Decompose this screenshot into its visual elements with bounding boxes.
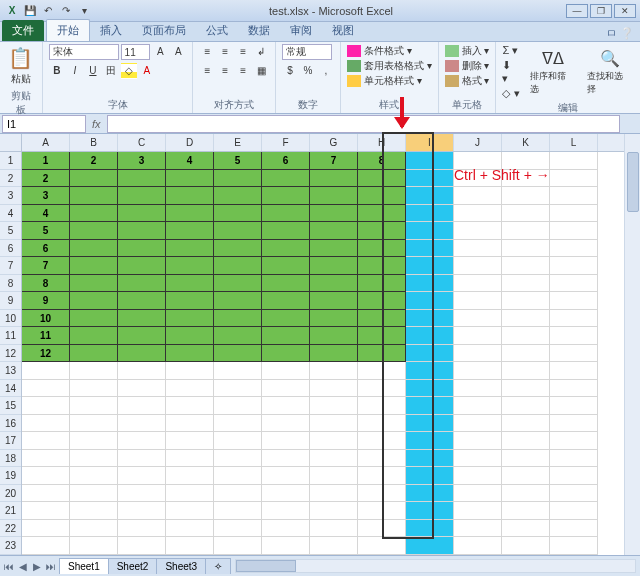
cell[interactable] xyxy=(214,222,262,240)
cell[interactable] xyxy=(358,222,406,240)
cell[interactable] xyxy=(502,257,550,275)
cell[interactable] xyxy=(214,327,262,345)
cell[interactable] xyxy=(406,327,454,345)
row-header[interactable]: 19 xyxy=(0,467,21,485)
cell[interactable] xyxy=(358,467,406,485)
cell[interactable] xyxy=(262,537,310,555)
cell[interactable] xyxy=(262,292,310,310)
cell[interactable] xyxy=(22,380,70,398)
cell[interactable] xyxy=(502,292,550,310)
cell[interactable] xyxy=(70,397,118,415)
cell[interactable] xyxy=(166,485,214,503)
cell[interactable] xyxy=(550,520,598,538)
cell[interactable] xyxy=(406,502,454,520)
row-header[interactable]: 9 xyxy=(0,292,21,310)
cell[interactable] xyxy=(406,222,454,240)
cell[interactable] xyxy=(502,240,550,258)
cell[interactable] xyxy=(550,187,598,205)
cell[interactable] xyxy=(70,257,118,275)
cell[interactable] xyxy=(166,240,214,258)
row-header[interactable]: 10 xyxy=(0,310,21,328)
cell[interactable] xyxy=(22,450,70,468)
col-header-E[interactable]: E xyxy=(214,134,262,151)
cell[interactable] xyxy=(454,222,502,240)
cell[interactable] xyxy=(310,520,358,538)
cell[interactable] xyxy=(502,362,550,380)
col-header-L[interactable]: L xyxy=(550,134,598,151)
cell[interactable] xyxy=(214,275,262,293)
cell[interactable] xyxy=(214,187,262,205)
cell[interactable] xyxy=(550,275,598,293)
cell[interactable]: 12 xyxy=(22,345,70,363)
align-left-icon[interactable]: ≡ xyxy=(199,63,215,79)
cell[interactable] xyxy=(454,257,502,275)
cell[interactable] xyxy=(262,240,310,258)
cell[interactable] xyxy=(502,537,550,555)
cell[interactable] xyxy=(454,275,502,293)
cell[interactable] xyxy=(214,257,262,275)
cell[interactable] xyxy=(550,310,598,328)
fill-color-icon[interactable]: ◇ xyxy=(121,63,137,79)
cell[interactable] xyxy=(310,467,358,485)
cell[interactable] xyxy=(118,205,166,223)
cell[interactable] xyxy=(166,345,214,363)
sort-filter-button[interactable]: ᐁᐃ 排序和筛选 xyxy=(528,47,577,98)
col-header-F[interactable]: F xyxy=(262,134,310,151)
cell[interactable] xyxy=(118,310,166,328)
find-select-button[interactable]: 🔍 查找和选择 xyxy=(585,47,634,98)
cell[interactable] xyxy=(70,275,118,293)
col-header-J[interactable]: J xyxy=(454,134,502,151)
cell[interactable] xyxy=(406,257,454,275)
cell[interactable] xyxy=(214,537,262,555)
cell[interactable] xyxy=(502,345,550,363)
cell[interactable] xyxy=(502,415,550,433)
cell[interactable] xyxy=(118,432,166,450)
cell[interactable] xyxy=(166,222,214,240)
sheet-tab-1[interactable]: Sheet1 xyxy=(59,558,109,574)
undo-icon[interactable]: ↶ xyxy=(40,3,56,19)
cell[interactable]: 9 xyxy=(22,292,70,310)
shrink-font-icon[interactable]: A xyxy=(170,44,186,60)
cell[interactable] xyxy=(406,432,454,450)
cell[interactable] xyxy=(118,450,166,468)
cell[interactable] xyxy=(118,485,166,503)
cell[interactable] xyxy=(502,467,550,485)
cell[interactable] xyxy=(262,362,310,380)
cell[interactable] xyxy=(214,362,262,380)
comma-icon[interactable]: , xyxy=(318,63,334,79)
cell[interactable] xyxy=(454,205,502,223)
format-table-button[interactable]: 套用表格格式 ▾ xyxy=(347,59,432,73)
cell[interactable] xyxy=(22,415,70,433)
redo-icon[interactable]: ↷ xyxy=(58,3,74,19)
cell[interactable] xyxy=(262,520,310,538)
cell[interactable] xyxy=(550,152,598,170)
cell[interactable] xyxy=(262,397,310,415)
cell[interactable] xyxy=(118,362,166,380)
cell[interactable] xyxy=(358,485,406,503)
cell[interactable] xyxy=(550,432,598,450)
row-header[interactable]: 4 xyxy=(0,205,21,223)
cell[interactable] xyxy=(406,275,454,293)
cell[interactable] xyxy=(70,537,118,555)
cell[interactable] xyxy=(166,327,214,345)
cell[interactable] xyxy=(358,205,406,223)
cell[interactable] xyxy=(70,450,118,468)
cell[interactable] xyxy=(166,187,214,205)
cell[interactable] xyxy=(310,240,358,258)
row-header[interactable]: 2 xyxy=(0,170,21,188)
cell[interactable] xyxy=(454,240,502,258)
cell[interactable] xyxy=(22,537,70,555)
cell[interactable] xyxy=(502,485,550,503)
cell[interactable] xyxy=(550,415,598,433)
cell[interactable] xyxy=(406,205,454,223)
cell[interactable] xyxy=(262,222,310,240)
row-header[interactable]: 16 xyxy=(0,415,21,433)
cell[interactable] xyxy=(214,170,262,188)
cell[interactable] xyxy=(214,415,262,433)
cell[interactable] xyxy=(262,327,310,345)
cell[interactable] xyxy=(166,432,214,450)
cell[interactable] xyxy=(406,467,454,485)
cell[interactable] xyxy=(214,205,262,223)
cell[interactable] xyxy=(262,380,310,398)
cell-styles-button[interactable]: 单元格样式 ▾ xyxy=(347,74,432,88)
